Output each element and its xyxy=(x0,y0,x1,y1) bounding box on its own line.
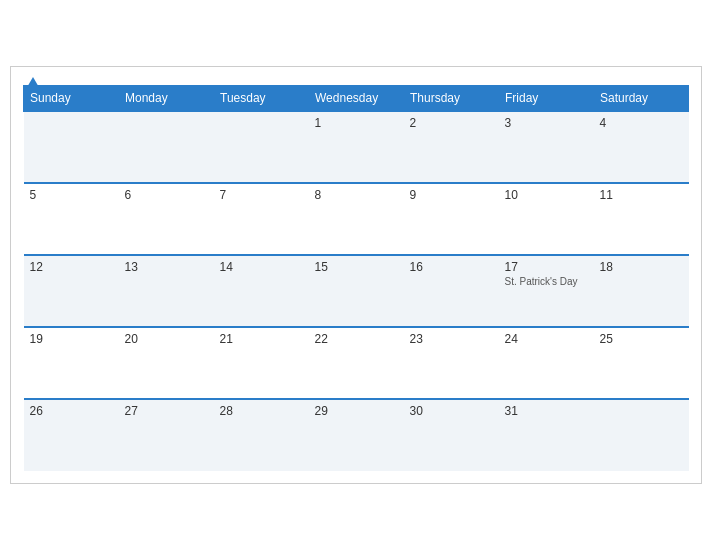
weekday-header-thursday: Thursday xyxy=(404,86,499,112)
calendar-cell: 12 xyxy=(24,255,119,327)
calendar-cell: 3 xyxy=(499,111,594,183)
day-number: 3 xyxy=(505,116,588,130)
calendar-cell: 18 xyxy=(594,255,689,327)
calendar-cell: 19 xyxy=(24,327,119,399)
calendar-cell xyxy=(24,111,119,183)
calendar-cell: 22 xyxy=(309,327,404,399)
calendar-cell: 16 xyxy=(404,255,499,327)
day-number: 28 xyxy=(220,404,303,418)
day-number: 17 xyxy=(505,260,588,274)
week-row-1: 1234 xyxy=(24,111,689,183)
day-number: 8 xyxy=(315,188,398,202)
day-number: 27 xyxy=(125,404,208,418)
calendar-cell: 5 xyxy=(24,183,119,255)
calendar-cell: 15 xyxy=(309,255,404,327)
day-number: 9 xyxy=(410,188,493,202)
weekday-header-tuesday: Tuesday xyxy=(214,86,309,112)
day-number: 13 xyxy=(125,260,208,274)
calendar-cell: 24 xyxy=(499,327,594,399)
day-number: 24 xyxy=(505,332,588,346)
day-number: 22 xyxy=(315,332,398,346)
calendar-cell: 11 xyxy=(594,183,689,255)
calendar-cell xyxy=(214,111,309,183)
day-number: 23 xyxy=(410,332,493,346)
calendar-cell: 9 xyxy=(404,183,499,255)
day-number: 16 xyxy=(410,260,493,274)
day-number: 30 xyxy=(410,404,493,418)
calendar-cell: 25 xyxy=(594,327,689,399)
day-number: 29 xyxy=(315,404,398,418)
week-row-2: 567891011 xyxy=(24,183,689,255)
day-number: 31 xyxy=(505,404,588,418)
calendar-body: 1234567891011121314151617St. Patrick's D… xyxy=(24,111,689,471)
day-number: 5 xyxy=(30,188,113,202)
calendar-cell: 1 xyxy=(309,111,404,183)
day-number: 21 xyxy=(220,332,303,346)
calendar-cell: 6 xyxy=(119,183,214,255)
weekday-header-wednesday: Wednesday xyxy=(309,86,404,112)
day-number: 12 xyxy=(30,260,113,274)
calendar-cell xyxy=(594,399,689,471)
holiday-label: St. Patrick's Day xyxy=(505,276,588,287)
weekday-header-monday: Monday xyxy=(119,86,214,112)
day-number: 19 xyxy=(30,332,113,346)
calendar-cell: 29 xyxy=(309,399,404,471)
week-row-3: 121314151617St. Patrick's Day18 xyxy=(24,255,689,327)
calendar-cell: 14 xyxy=(214,255,309,327)
calendar-cell: 7 xyxy=(214,183,309,255)
calendar-cell: 8 xyxy=(309,183,404,255)
calendar-container: SundayMondayTuesdayWednesdayThursdayFrid… xyxy=(10,66,702,484)
day-number: 20 xyxy=(125,332,208,346)
day-number: 11 xyxy=(600,188,683,202)
calendar-cell: 20 xyxy=(119,327,214,399)
day-number: 10 xyxy=(505,188,588,202)
day-number: 14 xyxy=(220,260,303,274)
calendar-cell: 10 xyxy=(499,183,594,255)
calendar-table: SundayMondayTuesdayWednesdayThursdayFrid… xyxy=(23,85,689,471)
calendar-thead: SundayMondayTuesdayWednesdayThursdayFrid… xyxy=(24,86,689,112)
calendar-cell: 31 xyxy=(499,399,594,471)
weekday-header-saturday: Saturday xyxy=(594,86,689,112)
day-number: 18 xyxy=(600,260,683,274)
calendar-cell: 21 xyxy=(214,327,309,399)
calendar-cell: 23 xyxy=(404,327,499,399)
calendar-cell xyxy=(119,111,214,183)
day-number: 6 xyxy=(125,188,208,202)
calendar-cell: 4 xyxy=(594,111,689,183)
calendar-cell: 26 xyxy=(24,399,119,471)
logo xyxy=(23,77,40,90)
logo-blue-text xyxy=(23,77,40,90)
day-number: 2 xyxy=(410,116,493,130)
weekday-header-row: SundayMondayTuesdayWednesdayThursdayFrid… xyxy=(24,86,689,112)
calendar-cell: 2 xyxy=(404,111,499,183)
day-number: 4 xyxy=(600,116,683,130)
weekday-header-friday: Friday xyxy=(499,86,594,112)
calendar-cell: 13 xyxy=(119,255,214,327)
day-number: 26 xyxy=(30,404,113,418)
calendar-cell: 30 xyxy=(404,399,499,471)
week-row-5: 262728293031 xyxy=(24,399,689,471)
day-number: 15 xyxy=(315,260,398,274)
day-number: 1 xyxy=(315,116,398,130)
calendar-cell: 27 xyxy=(119,399,214,471)
day-number: 25 xyxy=(600,332,683,346)
calendar-cell: 17St. Patrick's Day xyxy=(499,255,594,327)
calendar-cell: 28 xyxy=(214,399,309,471)
week-row-4: 19202122232425 xyxy=(24,327,689,399)
logo-triangle-icon xyxy=(26,77,40,89)
day-number: 7 xyxy=(220,188,303,202)
